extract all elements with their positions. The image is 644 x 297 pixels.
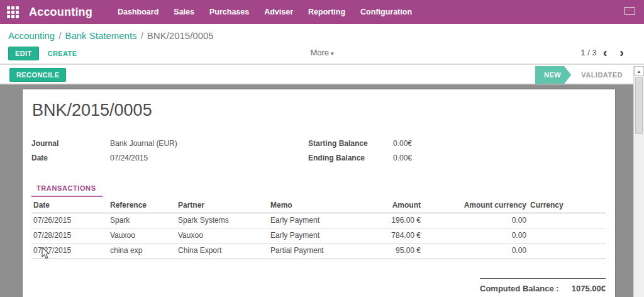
cell-memo[interactable]: Partial Payment — [269, 244, 369, 259]
cell-memo[interactable]: Early Payment — [269, 213, 369, 228]
record-title: BNK/2015/0005 — [32, 101, 606, 120]
cell-partner[interactable]: Vauxoo — [176, 228, 269, 244]
col-amount-currency[interactable]: Amount currency — [423, 198, 528, 213]
create-button[interactable]: CREATE — [48, 50, 77, 57]
col-currency[interactable]: Currency — [528, 198, 606, 213]
pager-next-icon[interactable]: › — [613, 47, 630, 58]
cell-currency[interactable] — [528, 244, 606, 259]
table-row[interactable]: 07/27/2015 china exp China Export Partia… — [31, 244, 606, 259]
col-date[interactable]: Date — [31, 198, 108, 213]
record-sheet: BNK/2015/0005 Journal Bank Journal (EUR)… — [23, 89, 615, 297]
field-groups: Journal Bank Journal (EUR) Date 07/24/20… — [31, 139, 606, 162]
cell-amount-currency[interactable]: 0.00 — [423, 244, 528, 259]
tab-transactions[interactable]: TRANSACTIONS — [31, 184, 103, 197]
menu-configuration[interactable]: Configuration — [353, 0, 419, 24]
pager: 1 / 3 ‹ › — [580, 47, 630, 58]
date-value: 07/24/2015 — [110, 154, 148, 162]
cell-memo[interactable]: Early Payment — [269, 228, 369, 244]
edit-button[interactable]: EDIT — [8, 47, 39, 60]
breadcrumb-current: BNK/2015/0005 — [147, 30, 214, 41]
cell-reference[interactable]: china exp — [108, 244, 176, 259]
col-memo[interactable]: Memo — [269, 198, 369, 213]
ending-balance-value: 0.00€ — [393, 154, 412, 162]
menu-reporting[interactable]: Reporting — [301, 0, 353, 24]
computed-balance-value: 1075.00€ — [572, 284, 606, 293]
cell-currency[interactable] — [528, 228, 606, 244]
cell-amount[interactable]: 784.00 € — [369, 228, 423, 244]
field-group-left: Journal Bank Journal (EUR) Date 07/24/20… — [31, 139, 308, 162]
status-bar: RECONCILE NEW VALIDATED — [0, 66, 644, 85]
table-row[interactable]: 07/26/2015 Spark Spark Systems Early Pay… — [31, 213, 606, 228]
pager-prev-icon[interactable]: ‹ — [597, 47, 614, 58]
breadcrumb-separator: / — [58, 30, 61, 41]
table-row[interactable]: 07/28/2015 Vauxoo Vauxoo Early Payment 7… — [31, 228, 606, 244]
journal-label: Journal — [31, 139, 110, 148]
button-row: EDIT CREATE — [8, 46, 77, 61]
menu-purchases[interactable]: Purchases — [202, 0, 257, 24]
menu-dashboard[interactable]: Dashboard — [110, 0, 166, 24]
date-label: Date — [31, 154, 110, 162]
computed-balance-label: Computed Balance : — [480, 284, 559, 293]
cell-currency[interactable] — [528, 213, 606, 228]
state-new[interactable]: NEW — [535, 66, 571, 84]
scroll-up-icon[interactable]: ▲ — [634, 66, 644, 76]
col-amount[interactable]: Amount — [369, 198, 423, 213]
top-nav-bar: Accounting Dashboard Sales Purchases Adv… — [0, 0, 644, 24]
menu-sales[interactable]: Sales — [166, 0, 202, 24]
messages-envelope-icon[interactable] — [625, 7, 635, 15]
cell-date[interactable]: 07/26/2015 — [31, 213, 108, 228]
state-steps: NEW VALIDATED — [535, 66, 631, 84]
journal-value: Bank Journal (EUR) — [110, 139, 177, 148]
cell-reference[interactable]: Vauxoo — [108, 228, 176, 244]
starting-balance-label: Starting Balance — [308, 139, 393, 148]
apps-grid-icon[interactable] — [7, 6, 19, 18]
cell-date[interactable]: 07/28/2015 — [31, 228, 108, 244]
ending-balance-label: Ending Balance — [308, 154, 393, 162]
breadcrumb-accounting[interactable]: Accounting — [8, 30, 55, 41]
reconcile-button[interactable]: RECONCILE — [9, 68, 66, 82]
cell-amount[interactable]: 95.00 € — [369, 244, 423, 259]
breadcrumb-separator: / — [141, 30, 143, 41]
computed-balance: Computed Balance : 1075.00€ — [480, 278, 606, 293]
chevron-down-icon: ▾ — [331, 50, 334, 57]
scrollbar-thumb[interactable] — [635, 77, 643, 134]
col-partner[interactable]: Partner — [176, 198, 269, 213]
pager-counter: 1 / 3 — [580, 48, 596, 57]
col-reference[interactable]: Reference — [108, 198, 176, 213]
starting-balance-value: 0.00€ — [393, 139, 412, 148]
more-dropdown[interactable]: More▾ — [310, 48, 333, 57]
transactions-table: Date Reference Partner Memo Amount Amoun… — [31, 198, 606, 259]
field-group-right: Starting Balance 0.00€ Ending Balance 0.… — [308, 139, 597, 162]
table-header-row: Date Reference Partner Memo Amount Amoun… — [31, 198, 606, 213]
cell-partner[interactable]: Spark Systems — [176, 213, 269, 228]
cell-amount-currency[interactable]: 0.00 — [423, 228, 528, 244]
breadcrumb: Accounting/Bank Statements/BNK/2015/0005 — [8, 30, 214, 41]
vertical-scrollbar[interactable]: ▲ — [633, 66, 644, 297]
main-menu: Dashboard Sales Purchases Adviser Report… — [110, 0, 419, 24]
cell-reference[interactable]: Spark — [108, 213, 176, 228]
menu-adviser[interactable]: Adviser — [257, 0, 301, 24]
notebook-tabs: TRANSACTIONS — [31, 182, 606, 197]
state-validated[interactable]: VALIDATED — [571, 66, 631, 84]
cell-partner[interactable]: China Export — [176, 244, 269, 259]
control-panel: Accounting/Bank Statements/BNK/2015/0005… — [0, 24, 644, 65]
app-title: Accounting — [29, 6, 92, 19]
cell-date[interactable]: 07/27/2015 — [31, 244, 108, 259]
breadcrumb-bank-statements[interactable]: Bank Statements — [65, 30, 136, 41]
cell-amount-currency[interactable]: 0.00 — [423, 213, 528, 228]
cell-amount[interactable]: 196.00 € — [369, 213, 423, 228]
